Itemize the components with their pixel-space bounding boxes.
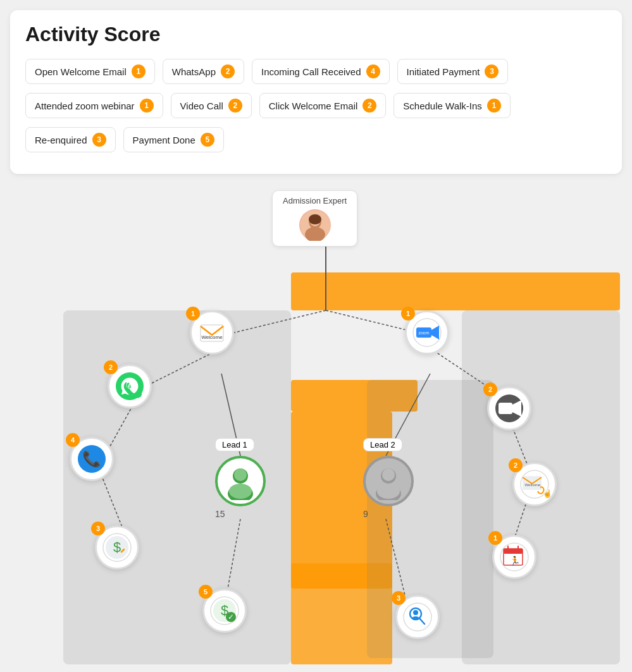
activity-score-card: Activity Score Open Welcome Email 1 What… bbox=[10, 10, 622, 174]
phone-call-node[interactable]: 4 📞 bbox=[70, 437, 114, 481]
payment-initiated-count: 3 bbox=[91, 522, 105, 535]
tag-label: Click Welcome Email bbox=[269, 101, 358, 111]
svg-point-29 bbox=[234, 468, 247, 481]
tag-count: 1 bbox=[140, 99, 154, 113]
admission-expert-title: Admission Expert bbox=[283, 196, 347, 205]
whatsapp-count: 2 bbox=[104, 360, 118, 374]
svg-rect-40 bbox=[499, 403, 512, 414]
tag-video-call[interactable]: Video Call 2 bbox=[171, 93, 252, 118]
click-welcome-count: 2 bbox=[509, 458, 523, 472]
svg-text:✆: ✆ bbox=[126, 380, 134, 391]
tag-count: 3 bbox=[485, 64, 499, 78]
admission-expert-node[interactable]: Admission Expert bbox=[272, 190, 357, 247]
tag-count: 2 bbox=[362, 99, 376, 113]
tag-incoming-call[interactable]: Incoming Call Received 4 bbox=[252, 59, 390, 84]
email-open-count: 1 bbox=[186, 307, 200, 321]
lead1-node[interactable]: Lead 1 15 bbox=[215, 456, 266, 519]
schedule-node[interactable]: 1 🏃 bbox=[492, 535, 536, 579]
video-call-count: 2 bbox=[483, 382, 497, 396]
tag-label: Attended zoom webinar bbox=[35, 101, 135, 111]
tag-label: Open Welcome Email bbox=[35, 66, 127, 77]
tag-count: 4 bbox=[366, 64, 380, 78]
svg-point-33 bbox=[382, 468, 395, 481]
lead1-circle bbox=[215, 456, 266, 506]
tag-count: 1 bbox=[132, 64, 146, 78]
svg-point-34 bbox=[377, 484, 400, 499]
tag-count: 2 bbox=[221, 64, 235, 78]
payment-done-node[interactable]: 5 $ ✓ bbox=[202, 589, 247, 633]
lead1-score: 15 bbox=[215, 509, 266, 519]
lead2-label: Lead 2 bbox=[363, 438, 402, 451]
tag-count: 1 bbox=[487, 99, 501, 113]
svg-text:✓: ✓ bbox=[228, 613, 234, 621]
flow-diagram: Admission Expert 1 Welcome bbox=[0, 184, 632, 672]
re-enquire-count: 3 bbox=[392, 591, 406, 605]
lead1-label: Lead 1 bbox=[215, 438, 254, 451]
tag-click-welcome-email[interactable]: Click Welcome Email 2 bbox=[259, 93, 387, 118]
admission-expert-avatar bbox=[299, 209, 331, 241]
svg-text:📞: 📞 bbox=[82, 449, 101, 468]
orange-bg-1 bbox=[291, 272, 620, 310]
tag-zoom-webinar[interactable]: Attended zoom webinar 1 bbox=[25, 93, 163, 118]
svg-text:Welcome: Welcome bbox=[201, 334, 223, 340]
tag-label: Incoming Call Received bbox=[261, 66, 361, 77]
svg-text:🏃: 🏃 bbox=[509, 556, 521, 566]
tag-initiated-payment[interactable]: Initiated Payment 3 bbox=[397, 59, 509, 84]
email-open-node[interactable]: 1 Welcome bbox=[190, 310, 234, 355]
svg-text:$: $ bbox=[113, 539, 121, 555]
tag-whatsapp[interactable]: WhatsApp 2 bbox=[163, 59, 244, 84]
tag-re-enquired[interactable]: Re-enquired 3 bbox=[25, 127, 116, 152]
zoom-node[interactable]: 1 zoom bbox=[405, 310, 449, 355]
tag-count: 3 bbox=[92, 133, 106, 147]
whatsapp-node[interactable]: 2 ✆ bbox=[108, 364, 152, 408]
admission-expert-box: Admission Expert bbox=[272, 190, 357, 247]
click-welcome-email-node[interactable]: 2 Welcome ☝ bbox=[512, 462, 557, 506]
tag-label: Re-enquired bbox=[35, 135, 87, 145]
tag-payment-done[interactable]: Payment Done 5 bbox=[123, 127, 224, 152]
phone-call-count: 4 bbox=[66, 433, 80, 447]
payment-done-count: 5 bbox=[199, 585, 213, 599]
tag-label: Initiated Payment bbox=[407, 66, 480, 77]
lead2-node[interactable]: Lead 2 9 bbox=[363, 456, 414, 519]
re-enquire-node[interactable]: 3 bbox=[395, 595, 440, 639]
tag-label: Schedule Walk-Ins bbox=[403, 101, 482, 111]
tag-label: Video Call bbox=[180, 101, 223, 111]
svg-rect-48 bbox=[504, 549, 523, 554]
tag-label: Payment Done bbox=[133, 135, 195, 145]
svg-text:Welcome: Welcome bbox=[525, 483, 542, 487]
activity-score-title: Activity Score bbox=[25, 23, 607, 46]
tag-open-welcome-email[interactable]: Open Welcome Email 1 bbox=[25, 59, 155, 84]
tag-schedule-walkins[interactable]: Schedule Walk-Ins 1 bbox=[393, 93, 511, 118]
svg-point-60 bbox=[413, 610, 418, 615]
svg-text:☝: ☝ bbox=[543, 489, 550, 498]
lead2-circle bbox=[363, 456, 414, 506]
tags-row-1: Open Welcome Email 1 WhatsApp 2 Incoming… bbox=[25, 59, 607, 84]
svg-text:zoom: zoom bbox=[418, 331, 429, 335]
lead2-score: 9 bbox=[363, 509, 414, 519]
schedule-count: 1 bbox=[488, 531, 502, 545]
tags-row-2: Attended zoom webinar 1 Video Call 2 Cli… bbox=[25, 93, 607, 118]
payment-initiated-node[interactable]: 3 $ bbox=[95, 525, 139, 570]
tag-count: 5 bbox=[201, 133, 214, 147]
tag-count: 2 bbox=[228, 99, 242, 113]
svg-point-30 bbox=[229, 484, 252, 499]
tag-label: WhatsApp bbox=[172, 66, 216, 77]
zoom-count: 1 bbox=[401, 307, 415, 321]
svg-point-17 bbox=[309, 214, 321, 224]
svg-point-61 bbox=[412, 616, 419, 620]
video-call-node[interactable]: 2 bbox=[487, 386, 531, 431]
tags-row-3: Re-enquired 3 Payment Done 5 bbox=[25, 127, 607, 152]
